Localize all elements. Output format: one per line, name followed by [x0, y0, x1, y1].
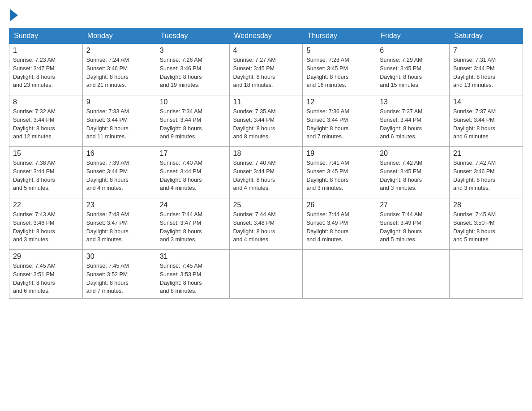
calendar-week-row: 8 Sunrise: 7:32 AM Sunset: 3:44 PM Dayli… [9, 95, 523, 147]
calendar-cell: 17 Sunrise: 7:40 AM Sunset: 3:44 PM Dayl… [156, 147, 229, 198]
day-number: 31 [160, 253, 226, 261]
col-header-saturday: Saturday [450, 28, 523, 44]
day-number: 7 [453, 47, 519, 55]
day-number: 5 [306, 47, 372, 55]
day-info: Sunrise: 7:36 AM Sunset: 3:44 PM Dayligh… [306, 107, 372, 141]
day-info: Sunrise: 7:39 AM Sunset: 3:44 PM Dayligh… [86, 159, 152, 193]
day-number: 20 [380, 150, 446, 158]
calendar-cell: 21 Sunrise: 7:42 AM Sunset: 3:46 PM Dayl… [450, 147, 523, 198]
day-number: 30 [86, 253, 152, 261]
day-info: Sunrise: 7:42 AM Sunset: 3:45 PM Dayligh… [380, 159, 446, 193]
calendar-cell: 30 Sunrise: 7:45 AM Sunset: 3:52 PM Dayl… [82, 250, 156, 299]
day-info: Sunrise: 7:43 AM Sunset: 3:47 PM Dayligh… [86, 210, 152, 244]
day-number: 2 [86, 47, 152, 55]
day-number: 10 [160, 98, 226, 106]
day-number: 23 [86, 201, 152, 209]
calendar-cell: 9 Sunrise: 7:33 AM Sunset: 3:44 PM Dayli… [82, 95, 156, 147]
day-number: 9 [86, 98, 152, 106]
calendar-cell: 15 Sunrise: 7:38 AM Sunset: 3:44 PM Dayl… [9, 147, 83, 198]
calendar-cell: 10 Sunrise: 7:34 AM Sunset: 3:44 PM Dayl… [156, 95, 229, 147]
day-info: Sunrise: 7:24 AM Sunset: 3:46 PM Dayligh… [86, 56, 152, 90]
page-header [9, 9, 523, 19]
logo-arrow-icon [10, 9, 18, 21]
day-info: Sunrise: 7:43 AM Sunset: 3:46 PM Dayligh… [13, 210, 79, 244]
col-header-thursday: Thursday [303, 28, 376, 44]
day-info: Sunrise: 7:23 AM Sunset: 3:47 PM Dayligh… [13, 56, 79, 90]
calendar-cell: 31 Sunrise: 7:45 AM Sunset: 3:53 PM Dayl… [156, 250, 229, 299]
calendar-cell: 25 Sunrise: 7:44 AM Sunset: 3:48 PM Dayl… [229, 198, 303, 250]
day-info: Sunrise: 7:37 AM Sunset: 3:44 PM Dayligh… [453, 107, 519, 141]
day-number: 8 [13, 98, 79, 106]
calendar-cell: 1 Sunrise: 7:23 AM Sunset: 3:47 PM Dayli… [9, 44, 83, 95]
calendar-header-row: SundayMondayTuesdayWednesdayThursdayFrid… [9, 28, 523, 44]
calendar-cell: 3 Sunrise: 7:26 AM Sunset: 3:46 PM Dayli… [156, 44, 229, 95]
day-info: Sunrise: 7:45 AM Sunset: 3:51 PM Dayligh… [13, 262, 79, 295]
col-header-sunday: Sunday [9, 28, 83, 44]
col-header-tuesday: Tuesday [156, 28, 229, 44]
day-info: Sunrise: 7:35 AM Sunset: 3:44 PM Dayligh… [233, 107, 299, 141]
day-info: Sunrise: 7:40 AM Sunset: 3:44 PM Dayligh… [233, 159, 299, 193]
day-number: 16 [86, 150, 152, 158]
day-info: Sunrise: 7:40 AM Sunset: 3:44 PM Dayligh… [160, 159, 226, 193]
day-number: 6 [380, 47, 446, 55]
calendar-cell: 4 Sunrise: 7:27 AM Sunset: 3:45 PM Dayli… [229, 44, 303, 95]
col-header-wednesday: Wednesday [229, 28, 303, 44]
day-number: 17 [160, 150, 226, 158]
calendar-cell: 7 Sunrise: 7:31 AM Sunset: 3:44 PM Dayli… [450, 44, 523, 95]
day-number: 27 [380, 201, 446, 209]
calendar-cell: 27 Sunrise: 7:44 AM Sunset: 3:49 PM Dayl… [376, 198, 450, 250]
calendar-cell: 5 Sunrise: 7:28 AM Sunset: 3:45 PM Dayli… [303, 44, 376, 95]
calendar-cell: 20 Sunrise: 7:42 AM Sunset: 3:45 PM Dayl… [376, 147, 450, 198]
day-number: 24 [160, 201, 226, 209]
calendar-table: SundayMondayTuesdayWednesdayThursdayFrid… [9, 28, 523, 299]
day-number: 29 [13, 253, 79, 261]
day-number: 12 [306, 98, 372, 106]
calendar-week-row: 15 Sunrise: 7:38 AM Sunset: 3:44 PM Dayl… [9, 147, 523, 198]
calendar-cell: 22 Sunrise: 7:43 AM Sunset: 3:46 PM Dayl… [9, 198, 83, 250]
day-info: Sunrise: 7:26 AM Sunset: 3:46 PM Dayligh… [160, 56, 226, 90]
day-number: 13 [380, 98, 446, 106]
day-number: 28 [453, 201, 519, 209]
calendar-cell: 24 Sunrise: 7:44 AM Sunset: 3:47 PM Dayl… [156, 198, 229, 250]
calendar-cell: 26 Sunrise: 7:44 AM Sunset: 3:49 PM Dayl… [303, 198, 376, 250]
day-info: Sunrise: 7:44 AM Sunset: 3:48 PM Dayligh… [233, 210, 299, 244]
calendar-cell: 19 Sunrise: 7:41 AM Sunset: 3:45 PM Dayl… [303, 147, 376, 198]
day-number: 22 [13, 201, 79, 209]
day-number: 18 [233, 150, 299, 158]
col-header-monday: Monday [82, 28, 156, 44]
day-info: Sunrise: 7:45 AM Sunset: 3:52 PM Dayligh… [86, 262, 152, 295]
day-number: 19 [306, 150, 372, 158]
day-info: Sunrise: 7:42 AM Sunset: 3:46 PM Dayligh… [453, 159, 519, 193]
day-info: Sunrise: 7:29 AM Sunset: 3:45 PM Dayligh… [380, 56, 446, 90]
day-number: 1 [13, 47, 79, 55]
day-info: Sunrise: 7:34 AM Sunset: 3:44 PM Dayligh… [160, 107, 226, 141]
calendar-cell: 18 Sunrise: 7:40 AM Sunset: 3:44 PM Dayl… [229, 147, 303, 198]
calendar-cell [450, 250, 523, 299]
day-info: Sunrise: 7:44 AM Sunset: 3:47 PM Dayligh… [160, 210, 226, 244]
calendar-cell: 28 Sunrise: 7:45 AM Sunset: 3:50 PM Dayl… [450, 198, 523, 250]
day-info: Sunrise: 7:41 AM Sunset: 3:45 PM Dayligh… [306, 159, 372, 193]
calendar-cell: 13 Sunrise: 7:37 AM Sunset: 3:44 PM Dayl… [376, 95, 450, 147]
svg-marker-0 [10, 9, 18, 21]
calendar-cell: 11 Sunrise: 7:35 AM Sunset: 3:44 PM Dayl… [229, 95, 303, 147]
calendar-cell: 6 Sunrise: 7:29 AM Sunset: 3:45 PM Dayli… [376, 44, 450, 95]
calendar-cell [376, 250, 450, 299]
day-info: Sunrise: 7:44 AM Sunset: 3:49 PM Dayligh… [306, 210, 372, 244]
calendar-cell: 29 Sunrise: 7:45 AM Sunset: 3:51 PM Dayl… [9, 250, 83, 299]
calendar-cell: 2 Sunrise: 7:24 AM Sunset: 3:46 PM Dayli… [82, 44, 156, 95]
day-number: 25 [233, 201, 299, 209]
day-number: 26 [306, 201, 372, 209]
day-info: Sunrise: 7:27 AM Sunset: 3:45 PM Dayligh… [233, 56, 299, 90]
calendar-cell [303, 250, 376, 299]
day-info: Sunrise: 7:44 AM Sunset: 3:49 PM Dayligh… [380, 210, 446, 244]
calendar-cell: 23 Sunrise: 7:43 AM Sunset: 3:47 PM Dayl… [82, 198, 156, 250]
calendar-week-row: 29 Sunrise: 7:45 AM Sunset: 3:51 PM Dayl… [9, 250, 523, 299]
day-number: 3 [160, 47, 226, 55]
calendar-cell: 8 Sunrise: 7:32 AM Sunset: 3:44 PM Dayli… [9, 95, 83, 147]
day-number: 21 [453, 150, 519, 158]
calendar-cell [229, 250, 303, 299]
day-info: Sunrise: 7:37 AM Sunset: 3:44 PM Dayligh… [380, 107, 446, 141]
calendar-cell: 12 Sunrise: 7:36 AM Sunset: 3:44 PM Dayl… [303, 95, 376, 147]
day-info: Sunrise: 7:38 AM Sunset: 3:44 PM Dayligh… [13, 159, 79, 193]
day-info: Sunrise: 7:45 AM Sunset: 3:53 PM Dayligh… [160, 262, 226, 295]
